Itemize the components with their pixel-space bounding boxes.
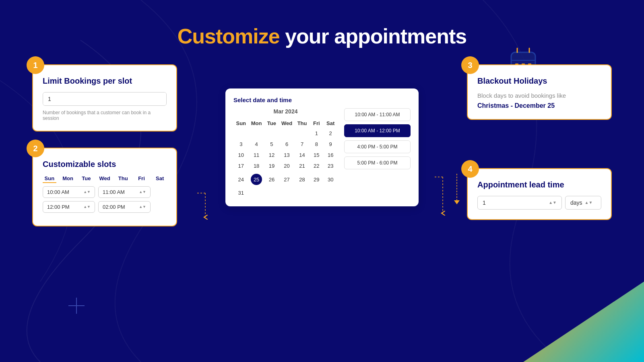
slot-time-2[interactable]: 11:00 AM ▲▼ xyxy=(98,186,151,198)
cal-day[interactable]: 14 xyxy=(295,150,310,160)
slot-time-1[interactable]: 10:00 AM ▲▼ xyxy=(43,186,95,198)
card-blackout-holidays: 3 Blackout Holidays Block days to avoid … xyxy=(467,64,612,120)
card-limit-bookings: 1 Limit Bookings per slot Number of book… xyxy=(32,64,177,132)
slot-arrows-2[interactable]: ▲▼ xyxy=(139,190,146,194)
lead-time-input-wrapper[interactable]: 1 ▲▼ xyxy=(477,196,562,210)
day-mon: Mon xyxy=(61,175,75,183)
card3-title: Blackout Holidays xyxy=(477,76,601,86)
cal-day[interactable]: 16 xyxy=(323,150,338,160)
left-column: 1 Limit Bookings per slot Number of book… xyxy=(32,64,177,226)
slot-time-1-value: 10:00 AM xyxy=(47,189,69,195)
cards-container: 1 Limit Bookings per slot Number of book… xyxy=(0,48,644,226)
lead-time-arrows[interactable]: ▲▼ xyxy=(549,201,557,205)
slot-time-4[interactable]: 02:00 PM ▲▼ xyxy=(98,201,151,213)
time-slot-1[interactable]: 10:00 AM - 11:00 AM xyxy=(344,108,411,121)
blackout-holiday: Christmas - December 25 xyxy=(477,102,601,109)
calendar-title: Select date and time xyxy=(233,97,411,103)
cal-header-fri: Fri xyxy=(310,119,323,128)
cal-day[interactable]: 8 xyxy=(310,139,323,150)
slot-arrows-1[interactable]: ▲▼ xyxy=(83,190,91,194)
slot-row-2: 12:00 PM ▲▼ 02:00 PM ▲▼ xyxy=(43,201,167,213)
cal-day[interactable]: 5 xyxy=(264,139,279,150)
time-slots-list: 10:00 AM - 11:00 AM 10:00 AM - 12:00 PM … xyxy=(344,108,411,169)
card-lead-time: 4 Appointment lead time 1 ▲▼ days ▲▼ xyxy=(467,168,612,220)
cal-day[interactable]: 28 xyxy=(295,171,310,187)
slots-days-header: Sun Mon Tue Wed Thu Fri Sat xyxy=(43,175,167,183)
cal-day[interactable]: 10 xyxy=(233,150,249,160)
cal-day-today[interactable]: 25 xyxy=(249,171,264,187)
slot-arrows-3[interactable]: ▲▼ xyxy=(83,205,91,209)
cal-day[interactable]: 26 xyxy=(264,171,279,187)
time-slot-3[interactable]: 4:00 PM - 5:00 PM xyxy=(344,140,411,153)
title-highlight: Customize xyxy=(178,25,280,48)
lead-time-unit-wrapper[interactable]: days ▲▼ xyxy=(565,196,601,210)
cal-day[interactable]: 17 xyxy=(233,160,249,171)
title-normal: your appointments xyxy=(280,25,466,48)
day-tue: Tue xyxy=(79,175,93,183)
bookings-input-wrapper[interactable] xyxy=(43,92,167,106)
badge-3: 3 xyxy=(461,56,479,74)
day-wed: Wed xyxy=(98,175,111,183)
cal-header-mon: Mon xyxy=(249,119,264,128)
cal-day[interactable]: 29 xyxy=(310,171,323,187)
cal-day[interactable]: 11 xyxy=(249,150,264,160)
card1-title: Limit Bookings per slot xyxy=(43,76,167,86)
day-fri: Fri xyxy=(135,175,149,183)
page-title: Customize your appointments xyxy=(0,0,644,48)
cal-day[interactable]: 7 xyxy=(295,139,310,150)
cal-day[interactable]: 15 xyxy=(310,150,323,160)
card4-title: Appointment lead time xyxy=(477,180,601,189)
cal-day[interactable]: 1 xyxy=(310,128,323,139)
slot-time-3[interactable]: 12:00 PM ▲▼ xyxy=(43,201,95,213)
time-slot-4[interactable]: 5:00 PM - 6:00 PM xyxy=(344,156,411,169)
cal-day[interactable]: 20 xyxy=(279,160,295,171)
cal-day[interactable]: 3 xyxy=(233,139,249,150)
slot-row-1: 10:00 AM ▲▼ 11:00 AM ▲▼ xyxy=(43,186,167,198)
cal-header-thu: Thu xyxy=(295,119,310,128)
slot-time-3-value: 12:00 PM xyxy=(47,204,70,210)
badge-2: 2 xyxy=(27,140,44,157)
calendar-month: Mar 2024 xyxy=(233,108,338,115)
cal-day[interactable]: 4 xyxy=(249,139,264,150)
calendar-content: Mar 2024 Sun Mon Tue Wed Thu Fri xyxy=(233,108,411,198)
cal-day[interactable]: 6 xyxy=(279,139,295,150)
calendar-card: Select date and time Mar 2024 Sun Mon Tu… xyxy=(225,88,419,206)
day-sun: Sun xyxy=(43,175,56,183)
day-thu: Thu xyxy=(116,175,130,183)
cal-header-wed: Wed xyxy=(279,119,295,128)
cal-week-3: 10 11 12 13 14 15 16 xyxy=(233,150,338,160)
cal-day[interactable]: 12 xyxy=(264,150,279,160)
cal-day[interactable]: 30 xyxy=(323,171,338,187)
bookings-per-slot-input[interactable] xyxy=(43,93,166,105)
cal-day[interactable]: 27 xyxy=(279,171,295,187)
cal-day[interactable]: 2 xyxy=(323,128,338,139)
time-slot-2[interactable]: 10:00 AM - 12:00 PM xyxy=(344,124,411,137)
card-customizable-slots: 2 Customizable slots Sun Mon Tue Wed Thu… xyxy=(32,148,177,226)
slot-arrows-4[interactable]: ▲▼ xyxy=(139,205,146,209)
cal-day[interactable]: 22 xyxy=(310,160,323,171)
cal-day[interactable]: 18 xyxy=(249,160,264,171)
blackout-description: Block days to avoid bookings like xyxy=(477,92,601,99)
right-column: 3 Blackout Holidays Block days to avoid … xyxy=(467,64,612,226)
cal-day[interactable]: 23 xyxy=(323,160,338,171)
cal-header-sat: Sat xyxy=(323,119,338,128)
center-column: Select date and time Mar 2024 Sun Mon Tu… xyxy=(221,64,423,226)
badge-1: 1 xyxy=(27,56,44,74)
cal-day[interactable]: 21 xyxy=(295,160,310,171)
cal-day[interactable]: 19 xyxy=(264,160,279,171)
calendar-left: Mar 2024 Sun Mon Tue Wed Thu Fri xyxy=(233,108,338,198)
cal-day[interactable]: 9 xyxy=(323,139,338,150)
unit-arrows[interactable]: ▲▼ xyxy=(585,201,593,205)
cal-day[interactable]: 13 xyxy=(279,150,295,160)
booking-hint: Number of bookings that a customer can b… xyxy=(43,110,167,121)
cal-week-4: 17 18 19 20 21 22 23 xyxy=(233,160,338,171)
calendar-grid: Sun Mon Tue Wed Thu Fri Sat xyxy=(233,119,338,198)
lead-time-row: 1 ▲▼ days ▲▼ xyxy=(477,196,601,210)
cal-day[interactable]: 24 xyxy=(233,171,249,187)
cal-header-tue: Tue xyxy=(264,119,279,128)
slot-time-2-value: 11:00 AM xyxy=(103,189,125,195)
cal-day[interactable]: 31 xyxy=(233,187,249,198)
cal-header-sun: Sun xyxy=(233,119,249,128)
day-sat: Sat xyxy=(153,175,167,183)
card2-title: Customizable slots xyxy=(43,160,167,169)
